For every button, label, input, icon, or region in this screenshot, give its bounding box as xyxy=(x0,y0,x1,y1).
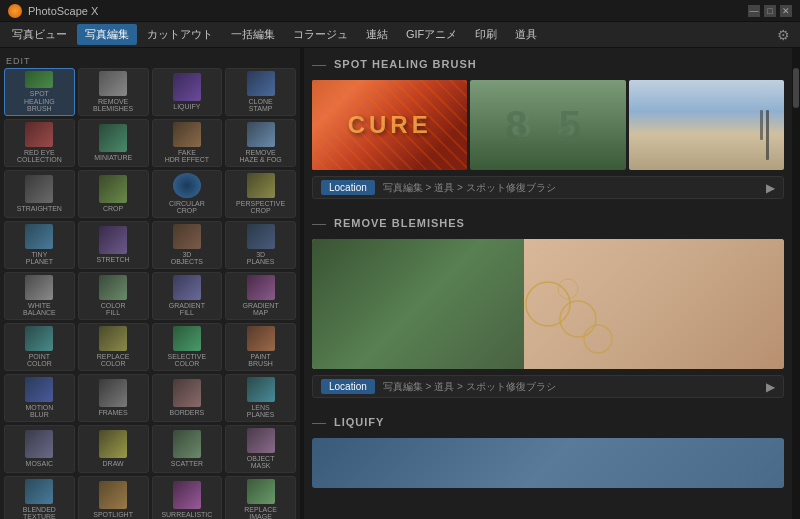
menu-cutout[interactable]: カットアウト xyxy=(139,24,221,45)
spot-healing-header: — SPOT HEALING BRUSH xyxy=(312,56,784,72)
menu-batch[interactable]: 一括編集 xyxy=(223,24,283,45)
tool-crop[interactable]: CROP xyxy=(78,170,149,218)
spot-healing-title: SPOT HEALING BRUSH xyxy=(334,58,477,70)
scatter-label: SCATTER xyxy=(171,460,203,468)
lens-flares-label: LENSPLANES xyxy=(247,404,275,419)
tool-gradient-map[interactable]: GRADIENTMAP xyxy=(225,272,296,320)
tool-3d-objects[interactable]: 3DOBJECTS xyxy=(152,221,223,269)
tool-white-balance[interactable]: WHITEBALANCE xyxy=(4,272,75,320)
tiny-planet-icon xyxy=(25,224,53,249)
color-fill-label: COLORFILL xyxy=(101,302,126,317)
tool-lens-flares[interactable]: LENSPLANES xyxy=(225,374,296,422)
tool-tiny-planet[interactable]: TINYPLANET xyxy=(4,221,75,269)
scatter-icon xyxy=(173,430,201,458)
tool-selective-color[interactable]: SELECTIVECOLOR xyxy=(152,323,223,371)
circular-label: CIRCULARCROP xyxy=(169,200,205,215)
content-area: — SPOT HEALING BRUSH CURE 8 5 xyxy=(304,48,792,519)
tool-redeye[interactable]: RED EYECOLLECTION xyxy=(4,119,75,167)
close-button[interactable]: ✕ xyxy=(780,5,792,17)
straighten-label: STRAIGHTEN xyxy=(17,205,62,213)
spot-healing-location-button[interactable]: Location xyxy=(321,180,375,195)
gradient-fill-icon xyxy=(173,275,201,300)
replace-color-label: REPLACECOLOR xyxy=(97,353,130,368)
svg-point-0 xyxy=(526,282,570,326)
surrealistic-icon xyxy=(173,481,201,509)
spotlight-icon xyxy=(99,481,127,509)
3d-planes-label: 3DPLANES xyxy=(247,251,275,266)
remove-blemishes-header: — REMOVE BLEMISHES xyxy=(312,215,784,231)
tool-point-color[interactable]: POINTCOLOR xyxy=(4,323,75,371)
3d-objects-label: 3DOBJECTS xyxy=(171,251,203,266)
selective-color-label: SELECTIVECOLOR xyxy=(168,353,207,368)
tool-paint-brush[interactable]: PAINTBRUSH xyxy=(225,323,296,371)
tool-replace-color[interactable]: REPLACECOLOR xyxy=(78,323,149,371)
tool-object-mask[interactable]: OBJECTMASK xyxy=(225,425,296,473)
draw-icon xyxy=(99,430,127,458)
spot-healing-label: SPOTHEALINGBRUSH xyxy=(24,90,55,113)
hdr-label: FAKEHDR EFFECT xyxy=(165,149,209,164)
tool-gradient-fill[interactable]: GRADIENTFILL xyxy=(152,272,223,320)
tool-straighten[interactable]: STRAIGHTEN xyxy=(4,170,75,218)
tool-clone[interactable]: CLONESTAMP xyxy=(225,68,296,116)
maximize-button[interactable]: □ xyxy=(764,5,776,17)
tool-spotlight[interactable]: SPOTLIGHT xyxy=(78,476,149,519)
tool-scatter[interactable]: SCATTER xyxy=(152,425,223,473)
remove-blemishes-location-button[interactable]: Location xyxy=(321,379,375,394)
selective-color-icon xyxy=(173,326,201,351)
tool-draw[interactable]: DRAW xyxy=(78,425,149,473)
tool-remove-blemishes[interactable]: REMOVEBLEMISHES xyxy=(78,68,149,116)
perspective-label: PERSPECTIVECROP xyxy=(236,200,285,215)
menu-photos[interactable]: 写真ビュー xyxy=(4,24,75,45)
gear-icon[interactable]: ⚙ xyxy=(771,27,796,43)
tool-3d-planes[interactable]: 3DPLANES xyxy=(225,221,296,269)
tool-stretch[interactable]: STRETCH xyxy=(78,221,149,269)
tool-replace-image[interactable]: REPLACEIMAGE xyxy=(225,476,296,519)
tool-color-fill[interactable]: COLORFILL xyxy=(78,272,149,320)
lens-flares-icon xyxy=(247,377,275,402)
tool-circular[interactable]: CIRCULARCROP xyxy=(152,170,223,218)
menu-print[interactable]: 印刷 xyxy=(467,24,505,45)
remove-blemishes-play-icon[interactable]: ▶ xyxy=(766,380,775,394)
minimize-button[interactable]: — xyxy=(748,5,760,17)
menu-edit[interactable]: 写真編集 xyxy=(77,24,137,45)
menu-combine[interactable]: 連結 xyxy=(358,24,396,45)
liquify-label: LIQUIFY xyxy=(173,103,200,111)
edit-section-label: EDIT xyxy=(4,52,296,68)
hdr-icon xyxy=(173,122,201,147)
scroll-thumb[interactable] xyxy=(793,68,799,108)
haze-icon xyxy=(247,122,275,147)
tool-spot-healing[interactable]: SPOTHEALINGBRUSH xyxy=(4,68,75,116)
object-mask-label: OBJECTMASK xyxy=(247,455,275,470)
spot-healing-play-icon[interactable]: ▶ xyxy=(766,181,775,195)
app-icon xyxy=(8,4,22,18)
tool-liquify[interactable]: LIQUIFY xyxy=(152,68,223,116)
frames-label: FRAMES xyxy=(99,409,128,417)
tool-haze[interactable]: REMOVEHAZE & FOG xyxy=(225,119,296,167)
tool-hdr[interactable]: FAKEHDR EFFECT xyxy=(152,119,223,167)
borders-icon xyxy=(173,379,201,407)
preview-beach xyxy=(629,80,784,170)
tool-frames[interactable]: FRAMES xyxy=(78,374,149,422)
menu-gif[interactable]: GIFアニメ xyxy=(398,24,465,45)
tool-mosaic[interactable]: MOSAIC xyxy=(4,425,75,473)
tool-surrealistic[interactable]: SURREALISTIC xyxy=(152,476,223,519)
menu-collage[interactable]: コラージュ xyxy=(285,24,356,45)
clone-label: CLONESTAMP xyxy=(249,98,273,113)
sidebar: EDIT SPOTHEALINGBRUSH REMOVEBLEMISHES LI… xyxy=(0,48,300,519)
clone-icon xyxy=(247,71,275,96)
titlebar: PhotoScape X — □ ✕ xyxy=(0,0,800,22)
remove-blemishes-icon xyxy=(99,71,127,96)
menu-tools[interactable]: 道具 xyxy=(507,24,545,45)
remove-blemishes-label: REMOVEBLEMISHES xyxy=(93,98,133,113)
tool-motion-blur[interactable]: MOTIONBLUR xyxy=(4,374,75,422)
blended-texture-icon xyxy=(25,479,53,504)
tool-perspective[interactable]: PERSPECTIVECROP xyxy=(225,170,296,218)
paint-brush-label: PAINTBRUSH xyxy=(248,353,273,368)
tool-borders[interactable]: BORDERS xyxy=(152,374,223,422)
tool-blended-texture[interactable]: BLENDEDTEXTURE xyxy=(4,476,75,519)
titlebar-title: PhotoScape X xyxy=(28,5,98,17)
scrollbar[interactable] xyxy=(792,48,800,519)
spot-healing-section: — SPOT HEALING BRUSH CURE 8 5 xyxy=(312,56,784,199)
liquify-section: — LIQUIFY xyxy=(312,414,784,488)
tool-miniature[interactable]: MINIATURE xyxy=(78,119,149,167)
